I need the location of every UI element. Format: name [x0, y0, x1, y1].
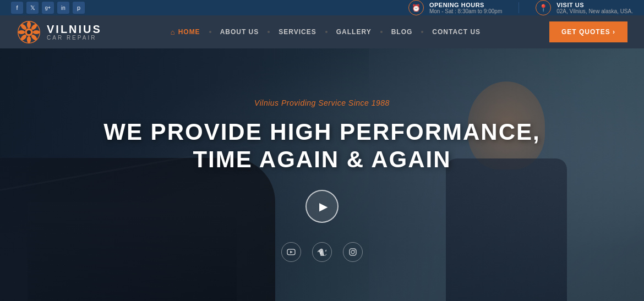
svg-point-15 [351, 250, 354, 254]
get-quotes-button[interactable]: GET QUOTES › [549, 21, 627, 42]
nav-dot-5 [421, 31, 423, 33]
svg-rect-14 [350, 249, 356, 255]
logo[interactable]: VILNIUS CAR REPAIR [17, 20, 102, 45]
nav-dot-1 [209, 31, 211, 33]
top-right-info: ⏰ OPENING HOURS Mon - Sat : 8:30am to 9:… [408, 0, 633, 15]
instagram-icon[interactable] [343, 242, 363, 262]
play-button[interactable]: ▶ [305, 190, 339, 223]
top-bar: f 𝕏 g+ in p ⏰ OPENING HOURS Mon - Sat : … [0, 0, 644, 15]
nav-dot-3 [325, 31, 328, 33]
vimeo-icon[interactable]: V [312, 242, 332, 262]
svg-point-3 [33, 30, 40, 34]
linkedin-icon[interactable]: in [57, 2, 69, 14]
vertical-divider [519, 2, 519, 13]
navbar: VILNIUS CAR REPAIR ⌂ HOME ABOUT US SERVI… [0, 15, 644, 48]
visit-us-value: 02A, Vilnius, New alaska, USA. [556, 8, 633, 14]
hero-tagline: Vilnius Providing Service Since 1988 [254, 98, 390, 107]
logo-text: VILNIUS CAR REPAIR [47, 24, 102, 41]
opening-hours-block: ⏰ OPENING HOURS Mon - Sat : 8:30am to 9:… [408, 0, 502, 15]
nav-about[interactable]: ABOUT US [215, 24, 265, 40]
nav-contact[interactable]: CONTACT US [427, 24, 486, 40]
svg-point-16 [354, 250, 356, 251]
nav-gallery[interactable]: GALLERY [331, 24, 377, 40]
nav-blog[interactable]: BLOG [386, 24, 418, 40]
hero-social-row: V [281, 242, 363, 262]
svg-point-1 [27, 21, 31, 28]
google-plus-icon[interactable]: g+ [42, 2, 54, 14]
svg-point-5 [27, 36, 31, 43]
play-icon: ▶ [319, 200, 328, 213]
logo-name: VILNIUS [47, 24, 102, 35]
opening-hours-label: OPENING HOURS [429, 2, 502, 8]
visit-us-label: VISIT US [556, 2, 633, 8]
clock-icon: ⏰ [408, 0, 424, 15]
svg-marker-12 [290, 251, 293, 254]
nav-home[interactable]: ⌂ HOME [165, 24, 206, 41]
visit-us-block: 📍 VISIT US 02A, Vilnius, New alaska, USA… [536, 0, 633, 15]
location-icon: 📍 [536, 0, 551, 15]
svg-point-10 [27, 30, 31, 34]
home-icon: ⌂ [171, 28, 176, 36]
svg-text:V: V [319, 250, 322, 255]
svg-point-7 [18, 30, 25, 34]
hero-section: Vilnius Providing Service Since 1988 WE … [0, 48, 644, 301]
nav-dot-2 [268, 31, 270, 33]
hero-title: WE PROVIDE HIGH PERFORMANCE, TIME AGAIN … [103, 118, 540, 174]
nav-dot-4 [380, 31, 383, 33]
nav-links: ⌂ HOME ABOUT US SERVICES GALLERY BLOG CO… [165, 24, 486, 41]
opening-hours-value: Mon - Sat : 8:30am to 9:00pm [429, 8, 502, 14]
logo-subtitle: CAR REPAIR [47, 35, 102, 41]
top-social-icons: f 𝕏 g+ in p [11, 2, 85, 14]
youtube-icon[interactable] [281, 242, 301, 262]
facebook-icon[interactable]: f [11, 2, 23, 14]
logo-icon [17, 20, 41, 45]
hero-content: Vilnius Providing Service Since 1988 WE … [0, 48, 644, 301]
twitter-icon[interactable]: 𝕏 [26, 2, 39, 14]
nav-services[interactable]: SERVICES [273, 24, 321, 40]
pinterest-icon[interactable]: p [73, 2, 85, 14]
